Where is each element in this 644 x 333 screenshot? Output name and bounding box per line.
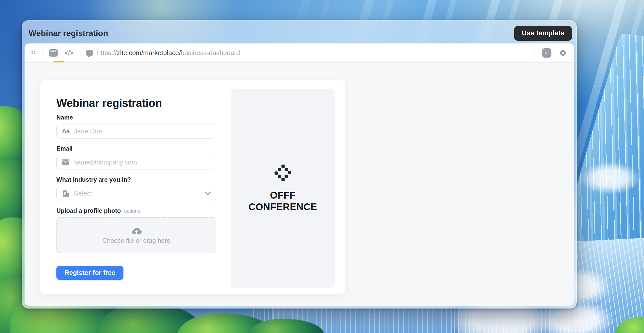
window-titlebar: Webinar registration Use template <box>25 23 574 43</box>
browser-toolbar: « </> https://zite.com/marketplace/busin… <box>25 43 574 63</box>
code-icon: </> <box>65 49 73 57</box>
gear-icon <box>559 49 567 57</box>
url-text: https://zite.com/marketplace/business-da… <box>97 49 240 57</box>
brand-panel: OFFF CONFERENCE <box>231 89 335 288</box>
register-button[interactable]: Register for free <box>56 266 123 280</box>
terminal-icon: >_ <box>545 51 549 55</box>
name-field[interactable]: Aa <box>56 124 216 139</box>
address-bar[interactable]: https://zite.com/marketplace/business-da… <box>80 47 535 59</box>
upload-label: Upload a profile photo <box>56 207 121 214</box>
email-input[interactable] <box>73 158 211 166</box>
upload-dropzone[interactable]: Choose file or drag here <box>56 217 216 253</box>
name-input[interactable] <box>74 127 211 135</box>
history-back-button[interactable]: « <box>31 48 36 58</box>
cloud-upload-icon <box>131 226 142 235</box>
registration-card: Webinar registration Name Aa Email <box>40 80 345 294</box>
brand-line-1: OFFF <box>248 189 317 201</box>
pixel-diamond-logo <box>274 164 291 181</box>
industry-select[interactable]: Select <box>56 186 216 201</box>
chat-bubble-icon <box>86 50 93 56</box>
tab-code[interactable]: </> <box>58 49 73 57</box>
app-window: Webinar registration Use template « </> … <box>22 20 577 308</box>
brand-line-2: CONFERENCE <box>248 201 317 213</box>
cloud <box>579 162 640 195</box>
industry-field-group: What industry are you in? Select <box>56 176 216 201</box>
url-page: business-dashboard <box>181 49 240 57</box>
chevron-down-icon <box>205 192 211 195</box>
page-content: Webinar registration Name Aa Email <box>25 63 574 306</box>
industry-label: What industry are you in? <box>56 176 216 183</box>
name-label: Name <box>56 114 216 121</box>
brand-name: OFFF CONFERENCE <box>248 189 317 213</box>
name-field-group: Name Aa <box>56 114 216 139</box>
terminal-button[interactable]: >_ <box>542 48 551 58</box>
active-tab-indicator <box>53 61 65 62</box>
building-icon <box>62 189 70 197</box>
select-placeholder: Select <box>74 189 201 197</box>
envelope-icon <box>62 159 69 165</box>
upload-optional-tag: optional <box>124 208 142 214</box>
url-scheme: https:// <box>97 49 117 57</box>
url-path: zite.com/marketplace/ <box>117 49 181 57</box>
email-field[interactable] <box>56 155 216 170</box>
browser-panel: « </> https://zite.com/marketplace/busin… <box>25 43 574 306</box>
desktop-background: Webinar registration Use template « </> … <box>0 0 644 333</box>
tab-preview[interactable] <box>49 49 58 57</box>
text-style-icon: Aa <box>62 128 70 135</box>
settings-button[interactable] <box>559 49 567 57</box>
use-template-button[interactable]: Use template <box>514 26 572 41</box>
email-field-group: Email <box>56 145 216 170</box>
toolbar-divider <box>42 50 43 56</box>
window-title: Webinar registration <box>29 29 108 38</box>
double-chevron-left-icon: « <box>31 48 36 58</box>
email-label: Email <box>56 145 216 152</box>
browser-window-icon <box>49 49 58 57</box>
upload-cta-text: Choose file or drag here <box>102 237 170 244</box>
